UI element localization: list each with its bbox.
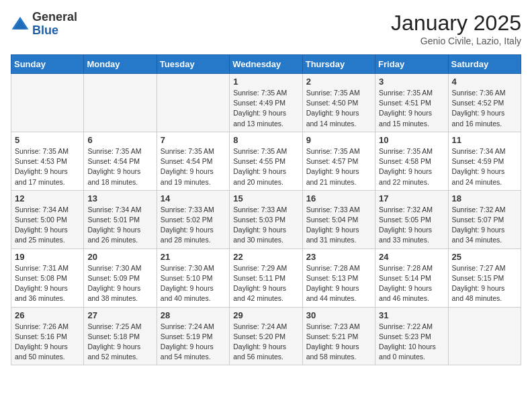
- day-cell: 13Sunrise: 7:34 AMSunset: 5:01 PMDayligh…: [84, 190, 157, 248]
- day-info: Sunrise: 7:35 AMSunset: 4:55 PMDaylight:…: [233, 146, 298, 187]
- day-info: Sunrise: 7:35 AMSunset: 4:54 PMDaylight:…: [161, 146, 226, 187]
- day-info: Sunrise: 7:34 AMSunset: 5:01 PMDaylight:…: [87, 205, 152, 246]
- week-row-5: 26Sunrise: 7:26 AMSunset: 5:16 PMDayligh…: [11, 307, 521, 365]
- day-info: Sunrise: 7:35 AMSunset: 4:58 PMDaylight:…: [379, 146, 444, 187]
- header-wednesday: Wednesday: [230, 55, 302, 74]
- day-number: 27: [87, 310, 152, 320]
- day-cell: 1Sunrise: 7:35 AMSunset: 4:49 PMDaylight…: [230, 74, 302, 132]
- day-cell: [11, 74, 84, 132]
- day-info: Sunrise: 7:33 AMSunset: 5:03 PMDaylight:…: [233, 205, 298, 246]
- week-row-1: 1Sunrise: 7:35 AMSunset: 4:49 PMDaylight…: [11, 74, 521, 132]
- day-cell: 22Sunrise: 7:29 AMSunset: 5:11 PMDayligh…: [230, 248, 302, 307]
- week-row-2: 5Sunrise: 7:35 AMSunset: 4:53 PMDaylight…: [11, 132, 521, 190]
- day-cell: 12Sunrise: 7:34 AMSunset: 5:00 PMDayligh…: [11, 190, 84, 248]
- day-cell: 28Sunrise: 7:24 AMSunset: 5:19 PMDayligh…: [157, 307, 229, 365]
- day-cell: 31Sunrise: 7:22 AMSunset: 5:23 PMDayligh…: [375, 307, 448, 365]
- week-row-4: 19Sunrise: 7:31 AMSunset: 5:08 PMDayligh…: [11, 248, 521, 307]
- day-info: Sunrise: 7:35 AMSunset: 4:53 PMDaylight:…: [15, 146, 80, 187]
- day-cell: 23Sunrise: 7:28 AMSunset: 5:13 PMDayligh…: [302, 248, 375, 307]
- day-info: Sunrise: 7:36 AMSunset: 4:52 PMDaylight:…: [452, 88, 517, 129]
- day-number: 23: [306, 252, 371, 262]
- day-cell: 6Sunrise: 7:35 AMSunset: 4:54 PMDaylight…: [84, 132, 157, 190]
- day-cell: 8Sunrise: 7:35 AMSunset: 4:55 PMDaylight…: [230, 132, 302, 190]
- day-info: Sunrise: 7:35 AMSunset: 4:50 PMDaylight:…: [306, 88, 371, 129]
- day-info: Sunrise: 7:25 AMSunset: 5:18 PMDaylight:…: [87, 322, 152, 363]
- day-cell: [157, 74, 229, 132]
- day-info: Sunrise: 7:35 AMSunset: 4:49 PMDaylight:…: [233, 88, 298, 129]
- title-block: January 2025 Genio Civile, Lazio, Italy: [391, 11, 521, 46]
- day-cell: 29Sunrise: 7:24 AMSunset: 5:20 PMDayligh…: [230, 307, 302, 365]
- day-cell: 3Sunrise: 7:35 AMSunset: 4:51 PMDaylight…: [375, 74, 448, 132]
- calendar-table: SundayMondayTuesdayWednesdayThursdayFrid…: [11, 54, 521, 365]
- day-cell: [84, 74, 157, 132]
- day-number: 12: [15, 193, 80, 203]
- day-number: 7: [161, 135, 226, 145]
- logo-icon: [11, 15, 30, 34]
- day-info: Sunrise: 7:22 AMSunset: 5:23 PMDaylight:…: [379, 322, 444, 363]
- day-number: 18: [452, 193, 517, 203]
- day-number: 24: [379, 252, 444, 262]
- day-number: 29: [233, 310, 298, 320]
- day-cell: 16Sunrise: 7:33 AMSunset: 5:04 PMDayligh…: [302, 190, 375, 248]
- day-number: 20: [87, 252, 152, 262]
- day-cell: 14Sunrise: 7:33 AMSunset: 5:02 PMDayligh…: [157, 190, 229, 248]
- day-info: Sunrise: 7:35 AMSunset: 4:57 PMDaylight:…: [306, 146, 371, 187]
- header-tuesday: Tuesday: [157, 55, 229, 74]
- header-friday: Friday: [375, 55, 448, 74]
- day-cell: 24Sunrise: 7:28 AMSunset: 5:14 PMDayligh…: [375, 248, 448, 307]
- day-cell: 4Sunrise: 7:36 AMSunset: 4:52 PMDaylight…: [448, 74, 521, 132]
- logo-general-text: General: [32, 10, 77, 24]
- day-number: 21: [161, 252, 226, 262]
- day-number: 2: [306, 77, 371, 87]
- day-info: Sunrise: 7:24 AMSunset: 5:19 PMDaylight:…: [161, 322, 226, 363]
- day-number: 28: [161, 310, 226, 320]
- month-title: January 2025: [391, 11, 521, 36]
- day-number: 9: [306, 135, 371, 145]
- day-info: Sunrise: 7:34 AMSunset: 5:00 PMDaylight:…: [15, 205, 80, 246]
- day-number: 14: [161, 193, 226, 203]
- day-info: Sunrise: 7:27 AMSunset: 5:15 PMDaylight:…: [452, 263, 517, 304]
- day-cell: 10Sunrise: 7:35 AMSunset: 4:58 PMDayligh…: [375, 132, 448, 190]
- day-info: Sunrise: 7:29 AMSunset: 5:11 PMDaylight:…: [233, 263, 298, 304]
- day-cell: 17Sunrise: 7:32 AMSunset: 5:05 PMDayligh…: [375, 190, 448, 248]
- day-cell: [448, 307, 521, 365]
- day-cell: 11Sunrise: 7:34 AMSunset: 4:59 PMDayligh…: [448, 132, 521, 190]
- day-info: Sunrise: 7:24 AMSunset: 5:20 PMDaylight:…: [233, 322, 298, 363]
- day-number: 19: [15, 252, 80, 262]
- day-info: Sunrise: 7:31 AMSunset: 5:08 PMDaylight:…: [15, 263, 80, 304]
- day-number: 1: [233, 77, 298, 87]
- day-cell: 27Sunrise: 7:25 AMSunset: 5:18 PMDayligh…: [84, 307, 157, 365]
- day-cell: 7Sunrise: 7:35 AMSunset: 4:54 PMDaylight…: [157, 132, 229, 190]
- day-number: 15: [233, 193, 298, 203]
- day-cell: 25Sunrise: 7:27 AMSunset: 5:15 PMDayligh…: [448, 248, 521, 307]
- day-number: 26: [15, 310, 80, 320]
- day-info: Sunrise: 7:35 AMSunset: 4:51 PMDaylight:…: [379, 88, 444, 129]
- header-row: SundayMondayTuesdayWednesdayThursdayFrid…: [11, 55, 521, 74]
- header-monday: Monday: [84, 55, 157, 74]
- day-info: Sunrise: 7:32 AMSunset: 5:05 PMDaylight:…: [379, 205, 444, 246]
- day-info: Sunrise: 7:28 AMSunset: 5:13 PMDaylight:…: [306, 263, 371, 304]
- day-info: Sunrise: 7:28 AMSunset: 5:14 PMDaylight:…: [379, 263, 444, 304]
- day-number: 5: [15, 135, 80, 145]
- day-cell: 2Sunrise: 7:35 AMSunset: 4:50 PMDaylight…: [302, 74, 375, 132]
- day-info: Sunrise: 7:26 AMSunset: 5:16 PMDaylight:…: [15, 322, 80, 363]
- day-info: Sunrise: 7:30 AMSunset: 5:09 PMDaylight:…: [87, 263, 152, 304]
- header-sunday: Sunday: [11, 55, 84, 74]
- day-cell: 9Sunrise: 7:35 AMSunset: 4:57 PMDaylight…: [302, 132, 375, 190]
- day-number: 13: [87, 193, 152, 203]
- day-number: 3: [379, 77, 444, 87]
- day-number: 25: [452, 252, 517, 262]
- day-info: Sunrise: 7:33 AMSunset: 5:04 PMDaylight:…: [306, 205, 371, 246]
- day-info: Sunrise: 7:30 AMSunset: 5:10 PMDaylight:…: [161, 263, 226, 304]
- day-info: Sunrise: 7:34 AMSunset: 4:59 PMDaylight:…: [452, 146, 517, 187]
- day-number: 16: [306, 193, 371, 203]
- day-cell: 21Sunrise: 7:30 AMSunset: 5:10 PMDayligh…: [157, 248, 229, 307]
- week-row-3: 12Sunrise: 7:34 AMSunset: 5:00 PMDayligh…: [11, 190, 521, 248]
- day-number: 8: [233, 135, 298, 145]
- day-number: 11: [452, 135, 517, 145]
- logo-blue-text: Blue: [32, 24, 58, 37]
- day-cell: 30Sunrise: 7:23 AMSunset: 5:21 PMDayligh…: [302, 307, 375, 365]
- day-cell: 26Sunrise: 7:26 AMSunset: 5:16 PMDayligh…: [11, 307, 84, 365]
- day-number: 31: [379, 310, 444, 320]
- day-cell: 20Sunrise: 7:30 AMSunset: 5:09 PMDayligh…: [84, 248, 157, 307]
